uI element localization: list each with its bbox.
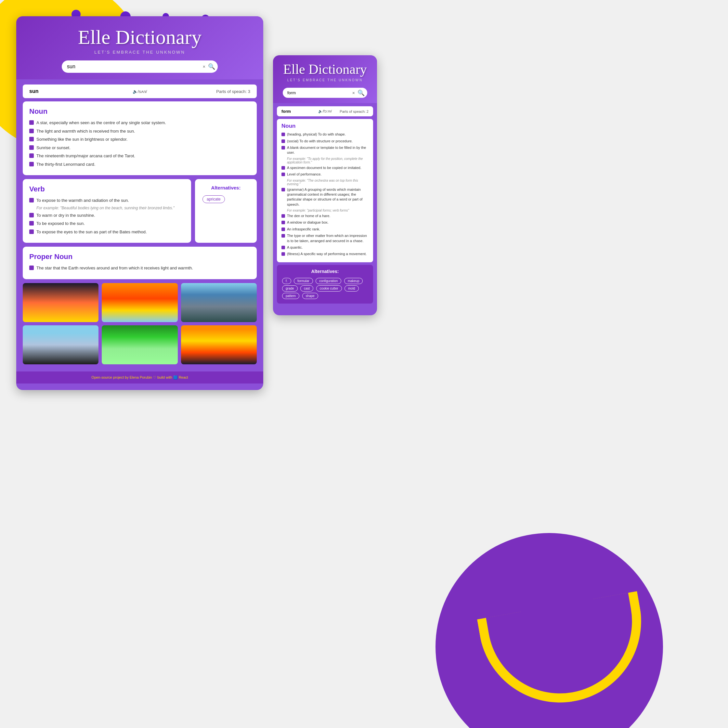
def-icon [281, 246, 285, 249]
sun-image-3 [181, 283, 257, 322]
left-noun-title: Noun [29, 107, 250, 116]
alt-tag-grade[interactable]: grade [282, 285, 298, 292]
table-row: A blank document or template to be fille… [281, 145, 369, 155]
def-text: Sunrise or sunset. [37, 145, 70, 151]
right-alternatives-card: Alternatives: f. formular configuration … [277, 265, 373, 304]
right-panel: Elle Dictionary LET'S EMBRACE THE UNKNOW… [273, 55, 377, 315]
form-example3: For example: "participial forms; verb fo… [287, 209, 369, 212]
table-row: Sunrise or sunset. [29, 145, 250, 151]
table-row: A star, especially when seen as the cent… [29, 119, 250, 126]
def-text: To expose to the warmth and radiation of… [37, 197, 129, 204]
def-text: Something like the sun in brightness or … [37, 136, 127, 143]
table-row: To expose to the warmth and radiation of… [29, 197, 185, 204]
table-row: The light and warmth which is received f… [29, 128, 250, 135]
def-text: A blank document or template to be fille… [287, 145, 369, 155]
def-icon [281, 228, 285, 231]
def-icon [29, 213, 34, 217]
sun-image-1 [23, 283, 98, 322]
alt-tag-mold[interactable]: mold [344, 285, 359, 292]
left-search-bar: × 🔍 [62, 60, 218, 73]
def-icon [281, 188, 285, 191]
table-row: To expose the eyes to the sun as part of… [29, 229, 185, 235]
table-row: (social) To do with structure or procedu… [281, 139, 369, 144]
def-text: An infraspecific rank. [287, 227, 320, 232]
left-search-button[interactable]: 🔍 [208, 63, 215, 70]
table-row: The nineteenth trump/major arcana card o… [29, 153, 250, 159]
right-word-main: form [281, 109, 310, 114]
def-icon [29, 137, 34, 141]
left-panel-header: Elle Dictionary LET'S EMBRACE THE UNKNOW… [16, 16, 263, 79]
left-tagline: LET'S EMBRACE THE UNKNOWN [23, 50, 257, 55]
def-text: (grammar) A grouping of words which main… [287, 187, 369, 207]
def-icon [281, 252, 285, 256]
def-text: The type or other matter from which an i… [287, 233, 369, 243]
verb-section-wrapper: Verb To expose to the warmth and radiati… [23, 179, 257, 243]
left-footer: Open-source project by Elena Porubin ♡ b… [16, 372, 263, 384]
alt-tag-cookie-cutter[interactable]: cookie cutter [316, 285, 342, 292]
sun-image-6 [181, 325, 257, 364]
table-row: (heading, physical) To do with shape. [281, 132, 369, 137]
sun-image-5 [102, 325, 177, 364]
verb-example: For example: "Beautiful bodies lying on … [37, 206, 185, 210]
def-icon [29, 120, 34, 125]
def-text: A window or dialogue box. [287, 220, 329, 225]
def-text: To warm or dry in the sunshine. [37, 212, 95, 219]
def-text: To be exposed to the sun. [37, 220, 85, 227]
def-text: To expose the eyes to the sun as part of… [37, 229, 147, 235]
def-icon [29, 221, 34, 226]
left-noun-card: Noun A star, especially when seen as the… [23, 101, 257, 175]
def-text: A quantic. [287, 245, 303, 250]
sun-image-2 [102, 283, 177, 322]
form-example1: For example: "To apply for the position,… [287, 157, 369, 164]
left-proper-noun-card: Proper Noun The star that the Earth revo… [23, 247, 257, 279]
table-row: A specimen document to be copied or imit… [281, 165, 369, 170]
left-alt-title: Alternatives: [202, 185, 250, 190]
left-verb-title: Verb [29, 185, 185, 193]
left-search-input[interactable] [62, 60, 218, 73]
alt-tag-configuration[interactable]: configuration [315, 278, 341, 284]
def-icon [281, 139, 285, 143]
table-row: A window or dialogue box. [281, 220, 369, 225]
def-text: The light and warmth which is received f… [37, 128, 135, 135]
left-phonetic: 🔈/sʌn/ [103, 89, 177, 94]
table-row: The thirty-first Lenormand card. [29, 161, 250, 168]
right-noun-title: Noun [281, 123, 369, 129]
left-logo: Elle Dictionary [23, 26, 257, 48]
left-parts-of-speech: Parts of speach: 3 [176, 89, 250, 94]
def-icon [29, 266, 34, 270]
right-content-area: Noun (heading, physical) To do with shap… [273, 116, 377, 309]
alt-tag-apricate[interactable]: apricate [202, 195, 225, 203]
def-icon [29, 229, 34, 234]
alt-tag-formular[interactable]: formular [294, 278, 313, 284]
table-row: Level of performance. [281, 172, 369, 177]
table-row: The star that the Earth revolves around … [29, 265, 250, 271]
alt-tag-pattern[interactable]: pattern [282, 293, 299, 299]
def-icon [29, 198, 34, 202]
left-panel: Elle Dictionary LET'S EMBRACE THE UNKNOW… [16, 16, 263, 390]
left-word-main: sun [29, 89, 103, 94]
def-text: (social) To do with structure or procedu… [287, 139, 353, 144]
alt-tag-shape[interactable]: shape [302, 293, 318, 299]
right-search-button[interactable]: 🔍 [358, 89, 365, 96]
table-row: The type or other matter from which an i… [281, 233, 369, 243]
alt-tag-makeup[interactable]: makeup [344, 278, 363, 284]
left-clear-button[interactable]: × [203, 64, 205, 69]
def-text: The den or home of a hare. [287, 214, 330, 219]
right-clear-button[interactable]: × [352, 90, 355, 96]
left-verb-card: Verb To expose to the warmth and radiati… [23, 179, 191, 243]
table-row: A quantic. [281, 245, 369, 250]
def-text: (heading, physical) To do with shape. [287, 132, 346, 137]
left-content-area: Noun A star, especially when seen as the… [16, 98, 263, 372]
alt-tag-f[interactable]: f. [282, 278, 291, 284]
def-icon [281, 133, 285, 136]
table-row: To be exposed to the sun. [29, 220, 185, 227]
right-tagline: LET'S EMBRACE THE UNKNOWN [278, 78, 372, 82]
def-icon [281, 173, 285, 176]
alt-tag-cast[interactable]: cast [300, 285, 313, 292]
table-row: (fitness) A specific way of performing a… [281, 252, 369, 257]
def-text: The nineteenth trump/major arcana card o… [37, 153, 135, 159]
def-icon [281, 234, 285, 237]
right-noun-card: Noun (heading, physical) To do with shap… [277, 119, 373, 262]
def-text: The thirty-first Lenormand card. [37, 161, 95, 168]
right-parts-of-speech: Parts of speach: 2 [340, 110, 369, 113]
